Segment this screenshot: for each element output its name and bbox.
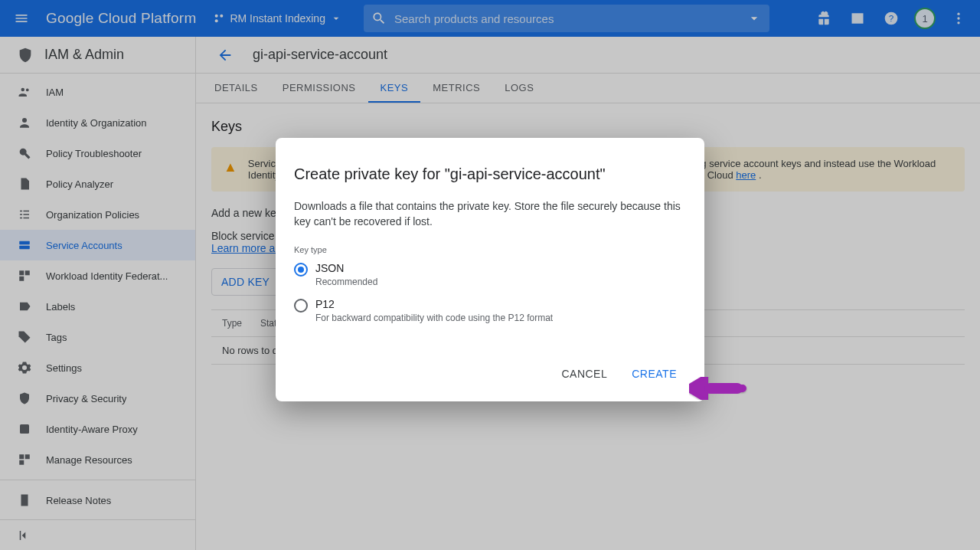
radio-p12[interactable]: P12 For backward compatibility with code… [294,298,686,323]
radio-p12-sub: For backward compatibility with code usi… [315,313,553,323]
create-button[interactable]: CREATE [622,362,686,386]
radio-json-label: JSON [315,262,377,274]
radio-icon [294,299,308,313]
dialog-subtitle: Downloads a file that contains the priva… [294,198,686,230]
create-key-dialog: Create private key for "gi-api-service-a… [276,138,704,401]
radio-json-sub: Recommended [315,277,377,287]
radio-json[interactable]: JSON Recommended [294,262,686,287]
cancel-button[interactable]: CANCEL [552,362,616,386]
radio-icon [294,263,308,277]
dialog-title: Create private key for "gi-api-service-a… [294,165,686,183]
radio-p12-label: P12 [315,298,553,310]
key-type-label: Key type [294,245,686,254]
